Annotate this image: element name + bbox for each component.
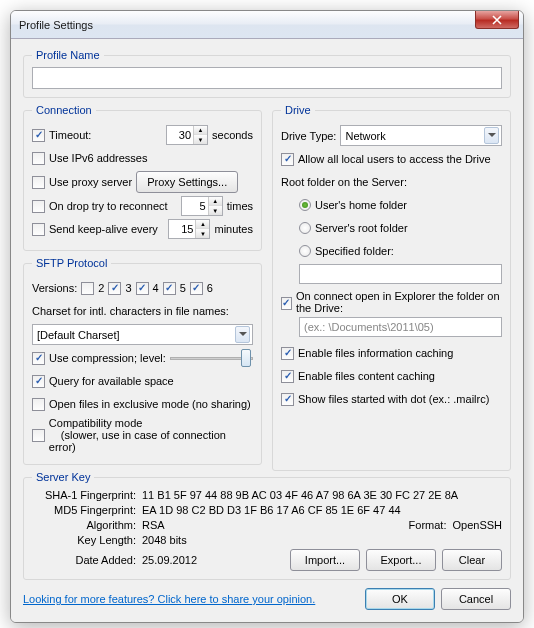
keylen-value: 2048 bits [142, 534, 502, 546]
sftp-group: SFTP Protocol Versions: 2 3 4 5 6 Charse… [23, 257, 262, 465]
info-cache-check[interactable]: Enable files information caching [281, 347, 453, 360]
export-button[interactable]: Export... [366, 549, 436, 571]
dialog-window: Profile Settings Profile Name Connection… [10, 10, 524, 623]
footer: Looking for more features? Click here to… [23, 588, 511, 610]
drive-type-select[interactable]: Network [340, 125, 502, 146]
compression-slider[interactable] [170, 348, 253, 368]
keepalive-value[interactable] [169, 220, 195, 238]
proxy-settings-button[interactable]: Proxy Settings... [136, 171, 238, 193]
features-link[interactable]: Looking for more features? Click here to… [23, 593, 315, 605]
exclusive-check[interactable]: Open files in exclusive mode (no sharing… [32, 398, 251, 411]
clear-button[interactable]: Clear [442, 549, 502, 571]
md5-value: EA 1D 98 C2 BD D3 1F B6 17 A6 CF 85 1E 6… [142, 504, 502, 516]
root-serverroot-radio[interactable]: Server's root folder [299, 222, 408, 234]
root-specified-radio[interactable]: Specified folder: [299, 245, 394, 257]
algo-label: Algorithm: [32, 519, 142, 531]
connection-group: Connection Timeout: ▲▼ seconds Use IPv6 … [23, 104, 262, 251]
reconnect-spinner[interactable]: ▲▼ [181, 196, 223, 216]
keepalive-spinner[interactable]: ▲▼ [168, 219, 210, 239]
dialog-body: Profile Name Connection Timeout: ▲▼ seco… [11, 39, 523, 622]
root-folder-label: Root folder on the Server: [281, 176, 407, 188]
titlebar[interactable]: Profile Settings [11, 11, 523, 39]
version-2-check[interactable]: 2 [81, 282, 104, 295]
versions-label: Versions: [32, 282, 77, 294]
close-icon [492, 15, 502, 25]
compression-check[interactable]: Use compression; level: [32, 352, 166, 365]
timeout-unit: seconds [212, 129, 253, 141]
profile-name-group: Profile Name [23, 49, 511, 98]
reconnect-check[interactable]: On drop try to reconnect [32, 200, 168, 213]
version-5-check[interactable]: 5 [163, 282, 186, 295]
server-key-group: Server Key SHA-1 Fingerprint: 11 B1 5F 9… [23, 471, 511, 580]
charset-label: Charset for intl. characters in file nam… [32, 305, 229, 317]
compat-check[interactable]: Compatibility mode (slower, use in case … [32, 417, 253, 453]
cancel-button[interactable]: Cancel [441, 588, 511, 610]
keepalive-check[interactable]: Send keep-alive every [32, 223, 158, 236]
query-space-check[interactable]: Query for available space [32, 375, 174, 388]
date-label: Date Added: [32, 554, 142, 566]
sha1-label: SHA-1 Fingerprint: [32, 489, 142, 501]
ipv6-check[interactable]: Use IPv6 addresses [32, 152, 147, 165]
keepalive-unit: minutes [214, 223, 253, 235]
reconnect-value[interactable] [182, 197, 208, 215]
open-explorer-check[interactable]: On connect open in Explorer the folder o… [281, 290, 502, 314]
connection-legend: Connection [32, 104, 96, 116]
specified-folder-input[interactable] [299, 264, 502, 284]
import-button[interactable]: Import... [290, 549, 360, 571]
open-explorer-input[interactable] [299, 317, 502, 337]
content-cache-check[interactable]: Enable files content caching [281, 370, 435, 383]
charset-select[interactable]: [Default Charset] [32, 324, 253, 345]
version-6-check[interactable]: 6 [190, 282, 213, 295]
algo-value: RSA [142, 519, 165, 531]
root-home-radio[interactable]: User's home folder [299, 199, 407, 211]
window-title: Profile Settings [19, 19, 93, 31]
md5-label: MD5 Fingerprint: [32, 504, 142, 516]
sftp-legend: SFTP Protocol [32, 257, 111, 269]
chevron-down-icon [484, 127, 499, 144]
timeout-check[interactable]: Timeout: [32, 129, 91, 142]
ok-button[interactable]: OK [365, 588, 435, 610]
show-dot-check[interactable]: Show files started with dot (ex.: .mailr… [281, 393, 489, 406]
drive-type-label: Drive Type: [281, 130, 336, 142]
version-4-check[interactable]: 4 [136, 282, 159, 295]
reconnect-unit: times [227, 200, 253, 212]
timeout-value[interactable] [167, 126, 193, 144]
format-label: Format: [409, 519, 447, 531]
timeout-spinner[interactable]: ▲▼ [166, 125, 208, 145]
allow-all-check[interactable]: Allow all local users to access the Driv… [281, 153, 491, 166]
profile-name-input[interactable] [32, 67, 502, 89]
server-key-legend: Server Key [32, 471, 94, 483]
drive-legend: Drive [281, 104, 315, 116]
drive-group: Drive Drive Type: Network Allow all loca… [272, 104, 511, 471]
spin-down-icon[interactable]: ▼ [194, 135, 207, 144]
format-value: OpenSSH [452, 519, 502, 531]
profile-name-legend: Profile Name [32, 49, 104, 61]
chevron-down-icon [235, 326, 250, 343]
date-value: 25.09.2012 [142, 554, 197, 566]
sha1-value: 11 B1 5F 97 44 88 9B AC 03 4F 46 A7 98 6… [142, 489, 502, 501]
spin-up-icon[interactable]: ▲ [194, 126, 207, 135]
proxy-check[interactable]: Use proxy server [32, 176, 132, 189]
version-3-check[interactable]: 3 [108, 282, 131, 295]
keylen-label: Key Length: [32, 534, 142, 546]
close-button[interactable] [475, 11, 519, 29]
